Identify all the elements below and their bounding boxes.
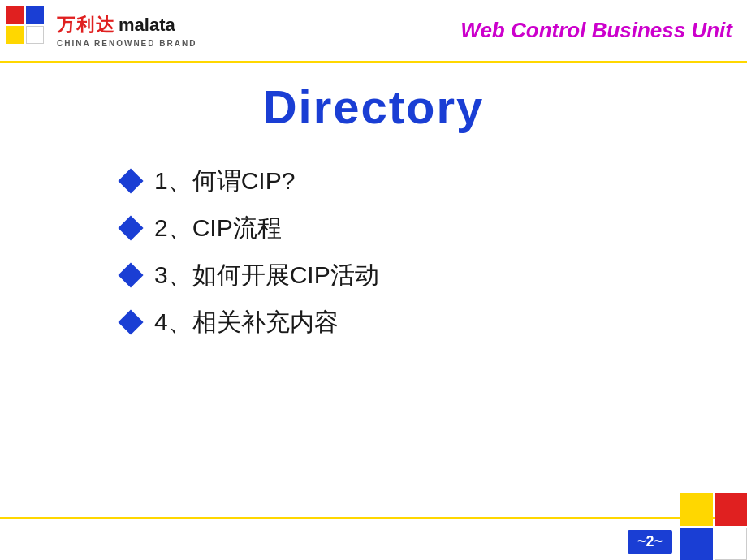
page-title: Directory bbox=[263, 80, 485, 134]
fsq-red bbox=[715, 493, 747, 526]
logo-en: malata bbox=[119, 15, 175, 36]
bullet-text-3: 3、如何开展CIP活动 bbox=[154, 261, 379, 290]
bullet-item-1: 1、何谓CIP? bbox=[122, 166, 625, 196]
footer-squares bbox=[680, 493, 747, 560]
sq-white bbox=[26, 26, 44, 44]
logo-squares bbox=[6, 6, 44, 44]
main-content: Directory 1、何谓CIP?2、CIP流程3、如何开展CIP活动4、相关… bbox=[0, 63, 747, 519]
fsq-blue bbox=[680, 528, 713, 560]
page-number: ~2~ bbox=[628, 530, 672, 554]
bullet-item-2: 2、CIP流程 bbox=[122, 213, 625, 243]
bullet-diamond-1 bbox=[118, 168, 143, 193]
bullet-item-3: 3、如何开展CIP活动 bbox=[122, 261, 625, 290]
logo-area: 万利达 malata CHINA RENOWNED BRAND bbox=[57, 13, 196, 48]
logo-sub: CHINA RENOWNED BRAND bbox=[57, 39, 196, 48]
header-title: Web Control Business Unit bbox=[460, 18, 732, 43]
header: 万利达 malata CHINA RENOWNED BRAND Web Cont… bbox=[0, 0, 747, 63]
logo-cn: 万利达 bbox=[57, 13, 115, 37]
bullet-diamond-4 bbox=[118, 309, 143, 334]
bullet-list: 1、何谓CIP?2、CIP流程3、如何开展CIP活动4、相关补充内容 bbox=[122, 166, 625, 355]
bullet-diamond-3 bbox=[118, 262, 143, 287]
footer: ~2~ bbox=[0, 519, 747, 560]
bullet-text-1: 1、何谓CIP? bbox=[154, 166, 295, 196]
sq-red bbox=[6, 6, 24, 24]
bullet-text-4: 4、相关补充内容 bbox=[154, 308, 339, 337]
bullet-item-4: 4、相关补充内容 bbox=[122, 308, 625, 337]
sq-yellow bbox=[6, 26, 24, 44]
fsq-white bbox=[715, 528, 747, 560]
bullet-text-2: 2、CIP流程 bbox=[154, 213, 282, 243]
fsq-yellow bbox=[680, 493, 713, 526]
sq-blue bbox=[26, 6, 44, 24]
bullet-diamond-2 bbox=[118, 215, 143, 240]
